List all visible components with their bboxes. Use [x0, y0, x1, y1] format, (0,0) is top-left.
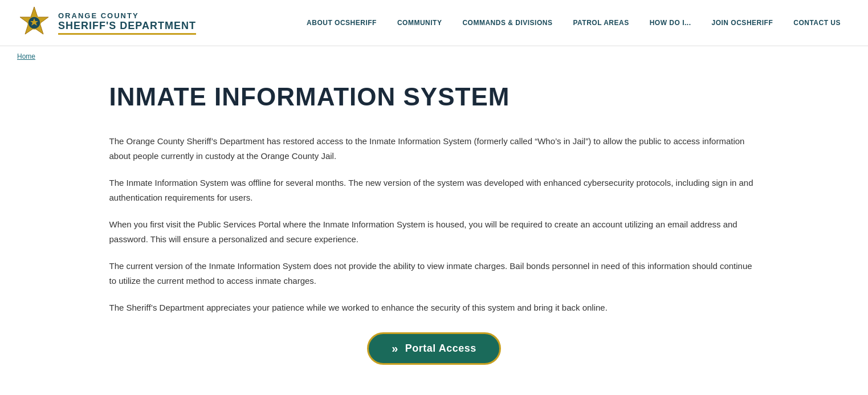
- logo-top-line: ORANGE COUNTY: [58, 11, 196, 20]
- page-title: INMATE INFORMATION SYSTEM: [109, 83, 759, 111]
- portal-button-container: » Portal Access: [109, 332, 759, 365]
- paragraph-4: The current version of the Inmate Inform…: [109, 259, 759, 288]
- chevrons-icon: »: [392, 342, 398, 355]
- portal-button-label: Portal Access: [405, 343, 476, 355]
- nav-about[interactable]: ABOUT OCSHERIFF: [296, 14, 387, 31]
- site-logo[interactable]: ORANGE COUNTY SHERIFF'S DEPARTMENT: [17, 6, 196, 40]
- content-body: The Orange County Sheriff’s Department h…: [109, 134, 759, 315]
- main-content: INMATE INFORMATION SYSTEM The Orange Cou…: [92, 66, 776, 395]
- nav-commands[interactable]: COMMANDS & DIVISIONS: [452, 14, 563, 31]
- nav-join[interactable]: JOIN OCSHERIFF: [702, 14, 784, 31]
- paragraph-1: The Orange County Sheriff’s Department h…: [109, 134, 759, 163]
- nav-patrol[interactable]: PATROL AREAS: [563, 14, 639, 31]
- nav-community[interactable]: COMMUNITY: [387, 14, 453, 31]
- breadcrumb: Home: [0, 46, 868, 66]
- main-nav: ABOUT OCSHERIFF COMMUNITY COMMANDS & DIV…: [296, 14, 851, 31]
- logo-bottom-line: SHERIFF'S DEPARTMENT: [58, 20, 196, 35]
- site-header: ORANGE COUNTY SHERIFF'S DEPARTMENT ABOUT…: [0, 0, 868, 46]
- paragraph-5: The Sheriff’s Department appreciates you…: [109, 300, 759, 315]
- logo-text-block: ORANGE COUNTY SHERIFF'S DEPARTMENT: [58, 11, 196, 35]
- sheriff-star-icon: [17, 6, 51, 40]
- portal-access-button[interactable]: » Portal Access: [367, 332, 501, 365]
- nav-howdoi[interactable]: HOW DO I...: [639, 14, 702, 31]
- paragraph-2: The Inmate Information System was offlin…: [109, 176, 759, 205]
- breadcrumb-home-link[interactable]: Home: [17, 52, 35, 60]
- paragraph-3: When you first visit the Public Services…: [109, 217, 759, 246]
- nav-contact[interactable]: CONTACT US: [783, 14, 851, 31]
